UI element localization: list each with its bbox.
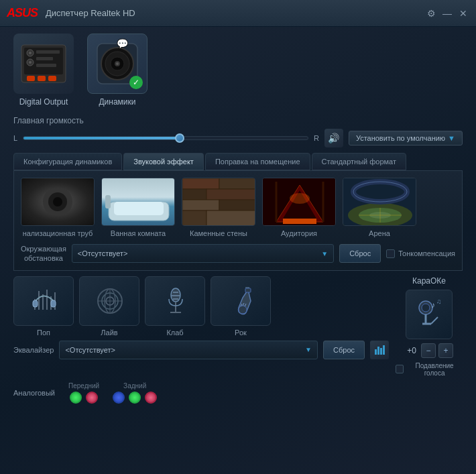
equalizer-settings-icon[interactable] [370, 341, 389, 359]
digital-output-label: Digital Output [19, 97, 68, 107]
svg-rect-31 [182, 211, 206, 226]
effect-label-auditorium: Аудитория [281, 229, 317, 237]
front-connector-1[interactable] [70, 392, 82, 404]
rock-label: Рок [235, 329, 247, 337]
tab-config[interactable]: Конфигурация динамиков [13, 153, 122, 170]
set-default-button[interactable]: Установить по умолчанию ▼ [349, 131, 463, 145]
karaoke-pitch-controls: +0 − + [405, 343, 453, 358]
effect-label-stone: Каменные стены [190, 229, 247, 237]
analog-front-group: Передний [68, 382, 99, 404]
effect-item-pipe[interactable]: нализационная труб [21, 178, 95, 237]
pop-svg [25, 284, 62, 318]
effect-thumb-bath [101, 178, 175, 226]
volume-slider-track[interactable] [23, 136, 308, 140]
svg-point-62 [171, 288, 180, 302]
device-speakers[interactable]: 💬 ✓ Динамики [87, 34, 147, 107]
effect-thumb-pipe [21, 178, 95, 226]
tab-format[interactable]: Стандартный формат [312, 153, 406, 170]
effect-label-bath: Ванная комната [111, 229, 166, 237]
karaoke-section-label: КараОКе [412, 276, 446, 286]
bath-svg [102, 178, 175, 226]
equalizer-dropdown-arrow-icon: ▼ [305, 346, 312, 353]
eq-karaoke-section: Поп Лайв [13, 276, 463, 377]
pop-label: Поп [37, 329, 50, 337]
front-connector-2[interactable] [86, 392, 98, 404]
effects-icons-row: нализационная труб Ванная комната [21, 178, 455, 237]
device-row: Digital Output 💬 ✓ Динамики [7, 34, 469, 107]
back-connector-1[interactable] [113, 392, 125, 404]
effect-label-pipe: нализационная труб [23, 229, 93, 237]
karaoke-pitch-increase-button[interactable]: + [438, 343, 453, 358]
music-item-live[interactable]: Лайв [79, 276, 139, 337]
svg-point-17 [116, 62, 119, 65]
equalizer-dropdown-value: <Отсутствует> [65, 346, 115, 354]
effect-item-stone[interactable]: Каменные стены [182, 178, 255, 237]
effect-item-arena[interactable]: Арена [343, 178, 416, 237]
device-digital-output[interactable]: Digital Output [13, 34, 74, 107]
effect-item-bath[interactable]: Ванная комната [101, 178, 175, 237]
svg-rect-77 [377, 347, 379, 355]
analog-back-group: Задний [113, 382, 157, 404]
rock-svg [223, 284, 259, 318]
effect-label-arena: Арена [369, 229, 390, 237]
environment-dropdown[interactable]: <Отсутствует> ▼ [72, 244, 334, 263]
app-title: Диспетчер Realtek HD [46, 8, 425, 18]
equalizer-dropdown[interactable]: <Отсутствует> ▼ [59, 341, 318, 359]
equalizer-row: Эквалайзер <Отсутствует> ▼ Сброс [13, 341, 389, 359]
svg-rect-78 [380, 348, 382, 355]
minimize-button[interactable]: — [441, 7, 453, 19]
music-item-club[interactable]: Клаб [145, 276, 205, 337]
volume-slider-container [23, 136, 308, 140]
karaoke-pitch-decrease-button[interactable]: − [421, 343, 436, 358]
equalizer-reset-button[interactable]: Сброс [323, 341, 365, 359]
settings-icon[interactable]: ⚙ [425, 7, 437, 19]
live-label: Лайв [101, 329, 117, 337]
analog-section: Аналоговый Передний Задний [13, 382, 463, 404]
tabs-row: Конфигурация динамиков Звуковой эффект П… [13, 153, 463, 170]
karaoke-icon-box[interactable]: ♪ ♫ [406, 290, 453, 339]
pipe-svg [38, 188, 78, 215]
music-item-pop[interactable]: Поп [13, 276, 74, 337]
svg-rect-23 [105, 195, 111, 209]
effects-panel: нализационная труб Ванная комната [13, 170, 463, 271]
volume-slider-thumb[interactable] [175, 133, 184, 143]
mute-button[interactable]: 🔊 [324, 129, 343, 147]
tone-compensation-label: Тонкомпенсация [398, 249, 455, 257]
svg-rect-79 [383, 345, 385, 355]
svg-rect-6 [36, 50, 60, 54]
svg-point-20 [53, 197, 62, 206]
effect-thumb-arena [343, 178, 416, 226]
svg-point-3 [29, 52, 32, 54]
music-item-rock[interactable]: Рок [211, 276, 271, 337]
effect-item-auditorium[interactable]: Аудитория [262, 178, 336, 237]
svg-rect-54 [33, 300, 38, 307]
digital-output-svg [20, 44, 67, 84]
voice-suppress-checkbox[interactable] [396, 365, 404, 373]
asus-logo: ASUS [7, 6, 38, 20]
karaoke-pitch-value: +0 [405, 346, 418, 355]
svg-rect-9 [27, 76, 35, 81]
karaoke-section: КараОКе ♪ ♫ +0 − + [396, 276, 463, 377]
svg-rect-72 [245, 288, 251, 292]
tone-compensation-checkbox[interactable] [386, 249, 395, 258]
environment-reset-button[interactable]: Сброс [339, 244, 381, 263]
back-connector-3[interactable] [145, 392, 157, 404]
voice-suppress-row: Подавление голоса [396, 362, 463, 377]
arena-svg [343, 178, 416, 226]
svg-rect-28 [206, 189, 255, 200]
close-button[interactable]: ✕ [457, 7, 469, 19]
equalizer-label: Эквалайзер [13, 346, 54, 354]
tab-effects[interactable]: Звуковой эффект [123, 153, 204, 170]
music-styles-row: Поп Лайв [13, 276, 389, 337]
digital-output-icon-box [13, 34, 74, 94]
pop-icon-box [13, 276, 74, 326]
svg-rect-32 [206, 211, 255, 226]
svg-rect-8 [36, 64, 56, 67]
main-content: Digital Output 💬 ✓ Динамики [0, 27, 476, 474]
analog-label: Аналоговый [13, 389, 55, 397]
set-default-label: Установить по умолчанию [356, 134, 445, 142]
svg-line-84 [431, 317, 438, 324]
back-connector-2[interactable] [129, 392, 141, 404]
club-svg [157, 284, 194, 318]
tab-room[interactable]: Поправка на помещение [205, 153, 310, 170]
